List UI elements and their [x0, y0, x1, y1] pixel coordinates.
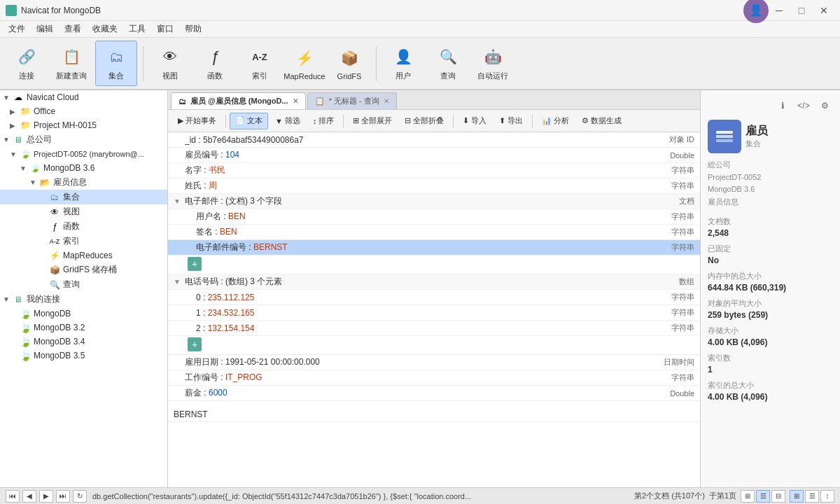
- pagination-btn[interactable]: ⊞: [790, 490, 804, 503]
- toolbar-view[interactable]: 👁 视图: [149, 41, 191, 86]
- close-button[interactable]: ✕: [813, 2, 834, 19]
- nav-last[interactable]: ⏭: [56, 490, 70, 503]
- view-list[interactable]: ☰: [756, 490, 770, 503]
- user-icon: 👤: [392, 46, 414, 68]
- tab-employee[interactable]: 🗂 雇员 @雇员信息 (MongoD... ✕: [171, 92, 306, 109]
- cloud-icon: ☁: [13, 92, 24, 103]
- sidebar-query[interactable]: 🔍 查询: [0, 277, 167, 292]
- toolbar-collection[interactable]: 🗂 集合: [95, 41, 137, 86]
- view-icon2: 👁: [49, 206, 60, 218]
- menu-tools[interactable]: 工具: [123, 22, 151, 36]
- btn-collapse-all[interactable]: ⊟ 全部折叠: [399, 113, 449, 130]
- pagination-scroll-btn[interactable]: ↕: [820, 490, 834, 503]
- bc-mongo: MongoDB 3.6: [708, 185, 755, 193]
- sidebar-mongo32[interactable]: 🍃 MongoDB 3.2: [0, 321, 167, 335]
- btn-begin-tx[interactable]: ▶ 开始事务: [172, 113, 222, 130]
- btn-expand-all[interactable]: ⊞ 全部展开: [347, 113, 398, 130]
- btn-text[interactable]: 📄 文本: [230, 113, 268, 130]
- sidebar-item-project[interactable]: ▶ 📁 Project MH-0015: [0, 118, 167, 132]
- sidebar-item-office[interactable]: ▶ 📁 Office: [0, 104, 167, 118]
- myconn-label: 我的连接: [27, 293, 60, 305]
- sidebar-func[interactable]: ƒ 函数: [0, 219, 167, 234]
- sidebar-employee-info[interactable]: ▼ 📂 雇员信息: [0, 175, 167, 190]
- stat-avgsize: 对象的平均大小 259 bytes (259): [708, 298, 833, 320]
- page-info: 第2个文档 (共107个): [634, 491, 705, 501]
- add-email-btn[interactable]: +: [188, 257, 202, 271]
- sidebar-myconnection[interactable]: ▼ 🖥 我的连接: [0, 292, 167, 307]
- btn-export[interactable]: ⬆ 导出: [493, 113, 528, 130]
- nav-refresh[interactable]: ↻: [73, 490, 87, 503]
- add-phone-btn[interactable]: +: [188, 337, 202, 351]
- key-salary: 薪金 : 6000: [185, 387, 652, 399]
- menu-edit[interactable]: 编辑: [31, 22, 59, 36]
- view-label2: 视图: [63, 206, 80, 218]
- user-avatar[interactable]: 👤: [743, 0, 769, 23]
- sidebar-index[interactable]: A-Z 索引: [0, 234, 167, 248]
- toolbar-user[interactable]: 👤 用户: [382, 41, 424, 86]
- type-emailno: 字符串: [652, 242, 694, 253]
- btn-datagen[interactable]: ⚙ 数据生成: [576, 113, 627, 130]
- maximize-button[interactable]: □: [791, 2, 812, 19]
- sidebar-company[interactable]: ▼ 🖥 总公司: [0, 132, 167, 147]
- data-row-emailno[interactable]: 电子邮件编号 : BERNST 字符串: [168, 240, 700, 255]
- nav-first[interactable]: ⏮: [6, 490, 20, 503]
- btn-sort[interactable]: ↕ 排序: [307, 113, 340, 130]
- toolbar-query[interactable]: 🔍 查询: [427, 41, 469, 86]
- sidebar-cloud[interactable]: ▼ ☁ Navicat Cloud: [0, 90, 167, 104]
- tb2-sep3: [453, 115, 454, 127]
- settings-icon-btn[interactable]: ⚙: [816, 97, 833, 114]
- tab-employee-close[interactable]: ✕: [293, 97, 298, 105]
- val-emailno: BERNST: [253, 242, 288, 252]
- sidebar-view[interactable]: 👁 视图: [0, 204, 167, 219]
- user-label: 用户: [396, 71, 411, 81]
- btn-filter[interactable]: ▼ 筛选: [270, 113, 306, 130]
- collection-label: 集合: [108, 71, 124, 81]
- sidebar-gridfs[interactable]: 📦 GridFS 储存桶: [0, 262, 167, 277]
- btn-analyze[interactable]: 📊 分析: [536, 113, 575, 130]
- sidebar-mongo34[interactable]: 🍃 MongoDB 3.4: [0, 335, 167, 349]
- menu-help[interactable]: 帮助: [179, 22, 207, 36]
- query-icon: 🔍: [437, 46, 459, 68]
- right-title: 雇员: [746, 124, 768, 139]
- pagination-list-btn[interactable]: ☰: [805, 490, 819, 503]
- filter-label: 筛选: [285, 115, 300, 126]
- expand-email[interactable]: ▼: [174, 197, 185, 205]
- btn-import[interactable]: ⬇ 导入: [457, 113, 492, 130]
- sidebar-mongo35[interactable]: 🍃 MongoDB 3.5: [0, 349, 167, 363]
- code-icon-btn[interactable]: </>: [795, 97, 812, 114]
- tab-query[interactable]: 📋 * 无标题 - 查询 ✕: [307, 92, 397, 109]
- nav-next[interactable]: ▶: [39, 490, 53, 503]
- toolbar-autorun[interactable]: 🤖 自动运行: [472, 41, 514, 86]
- info-icon-btn[interactable]: ℹ: [774, 97, 791, 114]
- toolbar-index[interactable]: A-Z 索引: [239, 41, 281, 86]
- minimize-button[interactable]: ─: [769, 2, 790, 19]
- expand-phone[interactable]: ▼: [174, 278, 185, 286]
- sidebar-mongodb36[interactable]: ▼ 🍃 MongoDB 3.6: [0, 161, 167, 175]
- collection-display-icon: [708, 120, 741, 153]
- view-grid[interactable]: ⊞: [741, 490, 755, 503]
- toolbar-function[interactable]: ƒ 函数: [194, 41, 236, 86]
- menu-view[interactable]: 查看: [59, 22, 87, 36]
- menu-favorites[interactable]: 收藏夹: [87, 22, 123, 36]
- data-row-footer: BERNST: [168, 407, 700, 422]
- sort-label: 排序: [318, 115, 334, 126]
- val-phone0: 235.112.125: [208, 293, 255, 302]
- sidebar-collection[interactable]: 🗂 集合: [0, 190, 167, 204]
- toolbar-mapreduce[interactable]: ⚡ MapReduce: [284, 41, 326, 86]
- menu-file[interactable]: 文件: [3, 22, 31, 36]
- tab-query-close[interactable]: ✕: [384, 97, 389, 105]
- autorun-icon: 🤖: [482, 46, 504, 68]
- project-label: Project MH-0015: [34, 120, 97, 130]
- sidebar-mongo[interactable]: 🍃 MongoDB: [0, 307, 167, 321]
- nav-prev[interactable]: ◀: [22, 490, 36, 503]
- sidebar-projectdt[interactable]: ▼ 🍃 ProjectDT-0052 (marybrown@...: [0, 147, 167, 161]
- view-detail[interactable]: ⊟: [771, 490, 785, 503]
- sidebar-mapreduce[interactable]: ⚡ MapReduces: [0, 248, 167, 262]
- toolbar-gridfs[interactable]: 📦 GridFS: [328, 41, 370, 86]
- begin-tx-icon: ▶: [178, 116, 183, 125]
- stat-doccount-value: 2,548: [708, 228, 833, 238]
- key-phone0: 0 : 235.112.125: [196, 293, 652, 302]
- toolbar-new-query[interactable]: 📋 新建查询: [50, 41, 92, 86]
- menu-window[interactable]: 窗口: [151, 22, 179, 36]
- toolbar-connect[interactable]: 🔗 连接: [6, 41, 48, 86]
